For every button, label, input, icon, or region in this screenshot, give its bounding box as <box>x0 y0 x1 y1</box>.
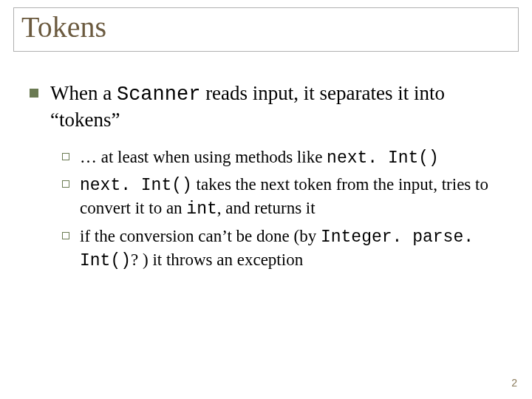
slide: Tokens When a Scanner reads input, it se… <box>0 0 532 399</box>
slide-title: Tokens <box>21 11 511 44</box>
slide-body: When a Scanner reads input, it separates… <box>30 81 502 277</box>
page-number: 2 <box>511 377 517 389</box>
bullet-open-icon <box>62 153 69 160</box>
main-bullet-text: When a Scanner reads input, it separates… <box>50 81 502 133</box>
code-fragment: Scanner <box>117 83 200 106</box>
sub-bullet-group: … at least when using methods like next.… <box>62 146 502 273</box>
text-fragment: When a <box>50 82 117 104</box>
text-fragment: if the conversion can’t be done (by <box>80 227 321 245</box>
bullet-open-icon <box>62 180 69 188</box>
code-fragment: int <box>186 200 216 219</box>
sub-bullet-text: next. Int() takes the next token from th… <box>80 174 502 221</box>
text-fragment: … at least when using methods like <box>80 148 327 166</box>
sub-bullet-text: if the conversion can’t be done (by Inte… <box>80 225 502 273</box>
bullet-open-icon <box>62 232 69 239</box>
text-fragment: , and returns it <box>217 199 316 217</box>
sub-bullet: … at least when using methods like next.… <box>62 146 502 170</box>
code-fragment: next. Int() <box>327 149 439 168</box>
bullet-filled-icon <box>30 89 38 98</box>
title-container: Tokens <box>13 7 519 52</box>
sub-bullet-text: … at least when using methods like next.… <box>80 146 439 170</box>
sub-bullet: next. Int() takes the next token from th… <box>62 174 502 221</box>
text-fragment: ? ) it throws an exception <box>131 250 303 269</box>
code-fragment: next. Int() <box>80 176 192 195</box>
main-bullet: When a Scanner reads input, it separates… <box>30 81 502 133</box>
sub-bullet: if the conversion can’t be done (by Inte… <box>62 225 502 273</box>
